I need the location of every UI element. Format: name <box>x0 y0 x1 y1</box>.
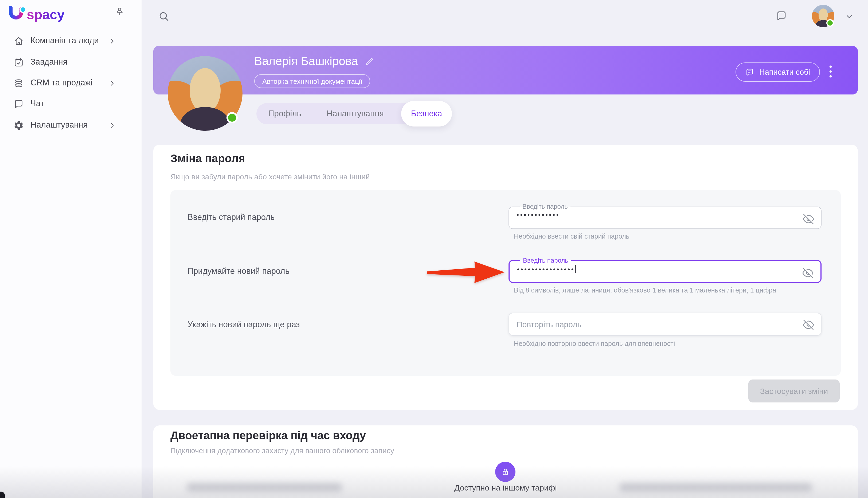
calendar-check-icon <box>13 57 24 68</box>
gear-icon <box>13 120 24 131</box>
old-password-field[interactable]: Введіть пароль •••••••••••• <box>509 204 821 229</box>
chat-icon[interactable] <box>776 10 787 22</box>
text-caret <box>575 265 576 273</box>
sidebar-item-crm[interactable]: CRM та продажі <box>0 73 142 94</box>
edit-pencil-icon[interactable] <box>365 57 374 66</box>
sidebar-item-label: Завдання <box>30 57 67 67</box>
password-form-panel: Введіть старий пароль Введіть пароль •••… <box>170 190 841 376</box>
app-window: spacy Компанія та люди Завдання <box>0 0 868 498</box>
sidebar-item-tasks[interactable]: Завдання <box>0 52 142 73</box>
search-icon[interactable] <box>158 11 170 23</box>
annotation-arrow <box>426 258 505 285</box>
chevron-down-icon[interactable] <box>845 12 854 21</box>
card-subtitle: Підключення додаткового захисту для вашо… <box>170 446 394 455</box>
new-password-label: Придумайте новий пароль <box>188 266 290 276</box>
repeat-password-label: Укажіть новий пароль ще раз <box>188 320 300 329</box>
apply-changes-button[interactable]: Застосувати зміни <box>748 380 840 403</box>
tab-security[interactable]: Безпека <box>401 103 452 124</box>
sidebar-item-label: CRM та продажі <box>30 78 92 88</box>
password-change-card: Зміна пароля Якщо ви забули пароль або х… <box>153 145 858 410</box>
new-password-helper: Від 8 символів, лише латиниця, обов'язко… <box>514 287 776 294</box>
tab-profile[interactable]: Профіль <box>263 103 306 124</box>
chevron-right-icon <box>108 122 116 129</box>
repeat-password-placeholder: Повторіть пароль <box>516 320 582 329</box>
chat-icon <box>13 99 24 109</box>
new-password-value: •••••••••••••••• <box>517 265 813 273</box>
sidebar: spacy Компанія та люди Завдання <box>0 0 142 498</box>
role-badge: Авторка технічної документації <box>254 74 370 88</box>
uspacy-logo[interactable]: spacy <box>9 6 73 22</box>
sidebar-item-company[interactable]: Компанія та люди <box>0 30 142 52</box>
tab-settings[interactable]: Налаштування <box>323 103 387 124</box>
profile-name-row: Валерія Башкірова <box>254 54 374 68</box>
layers-icon <box>13 78 24 89</box>
kebab-menu-icon[interactable] <box>828 65 833 78</box>
chevron-right-icon <box>108 37 116 45</box>
field-floating-label: Введіть пароль <box>520 258 571 263</box>
sidebar-item-label: Чат <box>30 99 44 108</box>
sidebar-item-settings[interactable]: Налаштування <box>0 115 142 136</box>
tariff-availability-note: Доступно на іншому тарифі <box>153 483 858 492</box>
sidebar-item-label: Компанія та люди <box>30 36 99 45</box>
old-password-label: Введіть старий пароль <box>188 212 275 222</box>
field-floating-label: Введіть пароль <box>520 204 571 209</box>
new-password-field[interactable]: Введіть пароль •••••••••••••••• <box>509 258 821 283</box>
chat-lines-icon <box>745 67 754 77</box>
old-password-helper: Необхідно ввести свій старий пароль <box>514 233 629 240</box>
repeat-password-field[interactable]: Повторіть пароль <box>509 313 821 336</box>
logo-dot <box>20 7 26 13</box>
home-icon <box>13 36 24 47</box>
eye-off-icon[interactable] <box>803 213 814 225</box>
eye-off-icon[interactable] <box>803 319 814 330</box>
online-status-dot <box>227 112 238 123</box>
card-title: Двоетапна перевірка під час входу <box>170 429 366 442</box>
message-self-label: Написати собі <box>759 68 810 76</box>
logo-wordmark: spacy <box>27 7 65 22</box>
pushpin-icon[interactable] <box>115 7 125 16</box>
old-password-value: •••••••••••• <box>516 211 814 219</box>
sidebar-item-chat[interactable]: Чат <box>0 93 142 115</box>
message-self-button[interactable]: Написати собі <box>736 63 820 82</box>
card-subtitle: Якщо ви забули пароль або хочете змінити… <box>170 172 370 181</box>
sidebar-item-label: Налаштування <box>30 120 88 130</box>
profile-header-banner: Валерія Башкірова Авторка технічної доку… <box>153 46 858 94</box>
lock-icon <box>495 462 515 482</box>
profile-name: Валерія Башкірова <box>254 54 358 68</box>
online-status-dot <box>826 19 834 27</box>
repeat-password-helper: Необхідно повторно ввести пароль для впе… <box>514 340 675 348</box>
card-title: Зміна пароля <box>170 152 245 165</box>
chevron-right-icon <box>108 80 116 87</box>
eye-off-icon[interactable] <box>802 267 814 278</box>
